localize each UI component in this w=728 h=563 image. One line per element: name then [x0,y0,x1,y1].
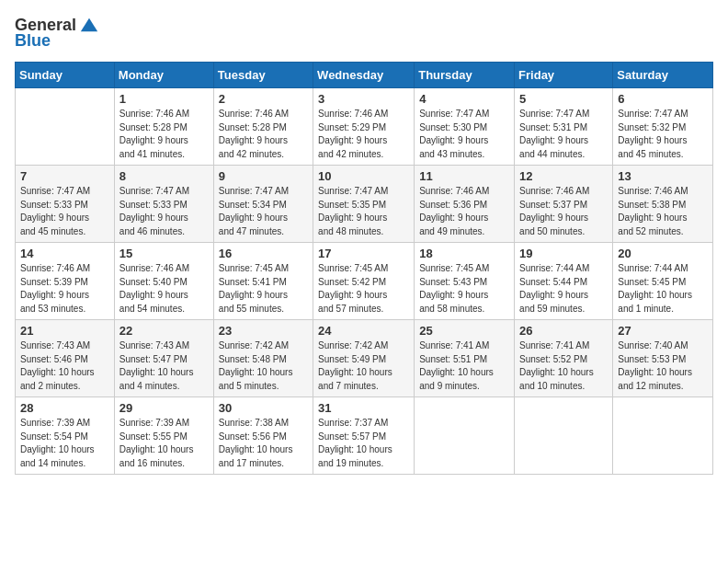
day-number: 6 [618,92,708,106]
week-row-2: 7Sunrise: 7:47 AM Sunset: 5:33 PM Daylig… [16,166,713,243]
calendar-cell: 7Sunrise: 7:47 AM Sunset: 5:33 PM Daylig… [16,166,115,243]
day-number: 11 [419,169,509,183]
day-number: 24 [318,324,409,338]
calendar-cell: 11Sunrise: 7:46 AM Sunset: 5:36 PM Dayli… [415,166,515,243]
day-number: 25 [419,324,509,338]
cell-content: Sunrise: 7:44 AM Sunset: 5:45 PM Dayligh… [618,262,708,316]
day-number: 18 [419,247,509,260]
calendar-cell: 22Sunrise: 7:43 AM Sunset: 5:47 PM Dayli… [114,320,213,397]
cell-content: Sunrise: 7:47 AM Sunset: 5:31 PM Dayligh… [519,108,608,161]
day-number: 9 [219,169,308,183]
cell-content: Sunrise: 7:45 AM Sunset: 5:42 PM Dayligh… [318,262,409,316]
cell-content: Sunrise: 7:39 AM Sunset: 5:55 PM Dayligh… [119,417,209,470]
calendar-cell [16,88,115,166]
calendar-cell: 9Sunrise: 7:47 AM Sunset: 5:34 PM Daylig… [213,166,313,243]
cell-content: Sunrise: 7:46 AM Sunset: 5:39 PM Dayligh… [20,262,109,316]
cell-content: Sunrise: 7:39 AM Sunset: 5:54 PM Dayligh… [20,417,109,470]
cell-content: Sunrise: 7:46 AM Sunset: 5:38 PM Dayligh… [618,185,708,238]
day-number: 31 [318,401,409,415]
day-number: 4 [419,92,509,106]
cell-content: Sunrise: 7:47 AM Sunset: 5:35 PM Dayligh… [318,185,409,238]
day-number: 13 [618,169,708,183]
day-number: 14 [20,247,109,260]
day-number: 5 [519,92,608,106]
cell-content: Sunrise: 7:41 AM Sunset: 5:51 PM Dayligh… [419,339,509,393]
day-number: 10 [318,169,409,183]
calendar-cell: 14Sunrise: 7:46 AM Sunset: 5:39 PM Dayli… [16,243,115,320]
day-number: 1 [119,92,209,106]
day-number: 2 [219,92,308,106]
calendar-cell: 24Sunrise: 7:42 AM Sunset: 5:49 PM Dayli… [313,320,415,397]
cell-content: Sunrise: 7:46 AM Sunset: 5:28 PM Dayligh… [219,108,308,161]
calendar-cell: 2Sunrise: 7:46 AM Sunset: 5:28 PM Daylig… [213,88,313,166]
cell-content: Sunrise: 7:47 AM Sunset: 5:34 PM Dayligh… [219,185,308,238]
svg-marker-0 [81,18,97,32]
calendar-cell: 23Sunrise: 7:42 AM Sunset: 5:48 PM Dayli… [213,320,313,397]
cell-content: Sunrise: 7:46 AM Sunset: 5:36 PM Dayligh… [419,185,509,238]
logo-icon [79,15,99,35]
day-number: 27 [618,324,708,338]
calendar-cell: 1Sunrise: 7:46 AM Sunset: 5:28 PM Daylig… [114,88,213,166]
day-number: 26 [519,324,608,338]
header-tuesday: Tuesday [213,63,313,88]
calendar-cell: 29Sunrise: 7:39 AM Sunset: 5:55 PM Dayli… [114,397,213,475]
calendar-cell: 8Sunrise: 7:47 AM Sunset: 5:33 PM Daylig… [114,166,213,243]
day-number: 23 [219,324,308,338]
day-number: 12 [519,169,608,183]
cell-content: Sunrise: 7:47 AM Sunset: 5:33 PM Dayligh… [119,185,209,238]
calendar-cell: 13Sunrise: 7:46 AM Sunset: 5:38 PM Dayli… [613,166,713,243]
cell-content: Sunrise: 7:45 AM Sunset: 5:41 PM Dayligh… [219,262,308,316]
header-thursday: Thursday [415,63,515,88]
calendar-cell: 19Sunrise: 7:44 AM Sunset: 5:44 PM Dayli… [515,243,613,320]
cell-content: Sunrise: 7:46 AM Sunset: 5:29 PM Dayligh… [318,108,409,161]
cell-content: Sunrise: 7:44 AM Sunset: 5:44 PM Dayligh… [519,262,608,316]
cell-content: Sunrise: 7:47 AM Sunset: 5:32 PM Dayligh… [618,108,708,161]
day-number: 21 [20,324,109,338]
cell-content: Sunrise: 7:42 AM Sunset: 5:48 PM Dayligh… [219,339,308,393]
day-number: 28 [20,401,109,415]
calendar-cell [415,397,515,475]
calendar-cell: 28Sunrise: 7:39 AM Sunset: 5:54 PM Dayli… [16,397,115,475]
cell-content: Sunrise: 7:43 AM Sunset: 5:46 PM Dayligh… [20,339,109,393]
day-number: 16 [219,247,308,260]
header-wednesday: Wednesday [313,63,415,88]
day-number: 7 [20,169,109,183]
calendar-cell [613,397,713,475]
calendar-table: SundayMondayTuesdayWednesdayThursdayFrid… [15,62,713,475]
calendar-cell: 16Sunrise: 7:45 AM Sunset: 5:41 PM Dayli… [213,243,313,320]
cell-content: Sunrise: 7:37 AM Sunset: 5:57 PM Dayligh… [318,417,409,470]
cell-content: Sunrise: 7:46 AM Sunset: 5:37 PM Dayligh… [519,185,608,238]
cell-content: Sunrise: 7:40 AM Sunset: 5:53 PM Dayligh… [618,339,708,393]
cell-content: Sunrise: 7:46 AM Sunset: 5:40 PM Dayligh… [119,262,209,316]
calendar-cell: 21Sunrise: 7:43 AM Sunset: 5:46 PM Dayli… [16,320,115,397]
cell-content: Sunrise: 7:47 AM Sunset: 5:33 PM Dayligh… [20,185,109,238]
calendar-cell: 12Sunrise: 7:46 AM Sunset: 5:37 PM Dayli… [515,166,613,243]
calendar-cell: 17Sunrise: 7:45 AM Sunset: 5:42 PM Dayli… [313,243,415,320]
calendar-cell: 10Sunrise: 7:47 AM Sunset: 5:35 PM Dayli… [313,166,415,243]
calendar-cell: 3Sunrise: 7:46 AM Sunset: 5:29 PM Daylig… [313,88,415,166]
calendar-cell: 4Sunrise: 7:47 AM Sunset: 5:30 PM Daylig… [415,88,515,166]
calendar-cell: 18Sunrise: 7:45 AM Sunset: 5:43 PM Dayli… [415,243,515,320]
calendar-header-row: SundayMondayTuesdayWednesdayThursdayFrid… [16,63,713,88]
header-monday: Monday [114,63,213,88]
calendar-cell: 31Sunrise: 7:37 AM Sunset: 5:57 PM Dayli… [313,397,415,475]
day-number: 22 [119,324,209,338]
cell-content: Sunrise: 7:43 AM Sunset: 5:47 PM Dayligh… [119,339,209,393]
calendar-cell: 27Sunrise: 7:40 AM Sunset: 5:53 PM Dayli… [613,320,713,397]
header-saturday: Saturday [613,63,713,88]
cell-content: Sunrise: 7:47 AM Sunset: 5:30 PM Dayligh… [419,108,509,161]
week-row-4: 21Sunrise: 7:43 AM Sunset: 5:46 PM Dayli… [16,320,713,397]
page-header: General Blue [15,15,713,51]
header-friday: Friday [515,63,613,88]
week-row-1: 1Sunrise: 7:46 AM Sunset: 5:28 PM Daylig… [16,88,713,166]
cell-content: Sunrise: 7:42 AM Sunset: 5:49 PM Dayligh… [318,339,409,393]
cell-content: Sunrise: 7:41 AM Sunset: 5:52 PM Dayligh… [519,339,608,393]
day-number: 19 [519,247,608,260]
calendar-cell: 26Sunrise: 7:41 AM Sunset: 5:52 PM Dayli… [515,320,613,397]
day-number: 30 [219,401,308,415]
calendar-cell [515,397,613,475]
day-number: 29 [119,401,209,415]
day-number: 8 [119,169,209,183]
day-number: 15 [119,247,209,260]
calendar-cell: 15Sunrise: 7:46 AM Sunset: 5:40 PM Dayli… [114,243,213,320]
